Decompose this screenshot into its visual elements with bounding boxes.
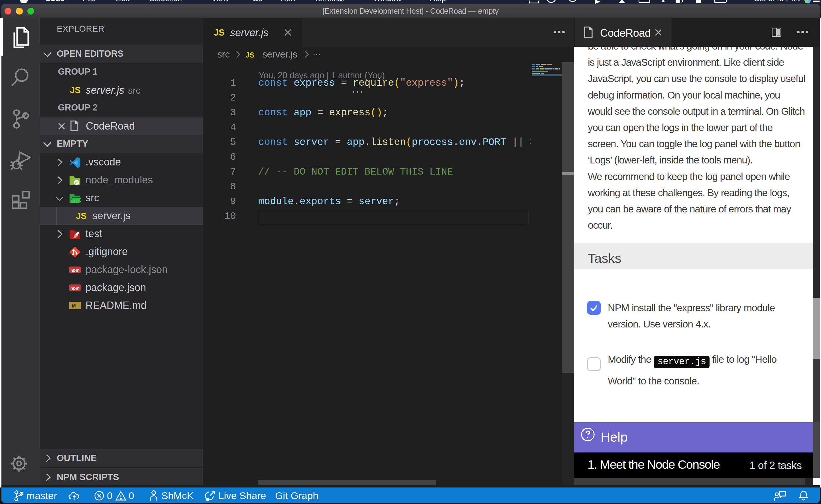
svg-text:</>: </> <box>72 199 81 204</box>
svg-text:M↓: M↓ <box>72 304 78 308</box>
svg-text:npm: npm <box>70 286 79 290</box>
svg-text:npm: npm <box>70 268 79 273</box>
svg-text:js: js <box>75 181 78 184</box>
